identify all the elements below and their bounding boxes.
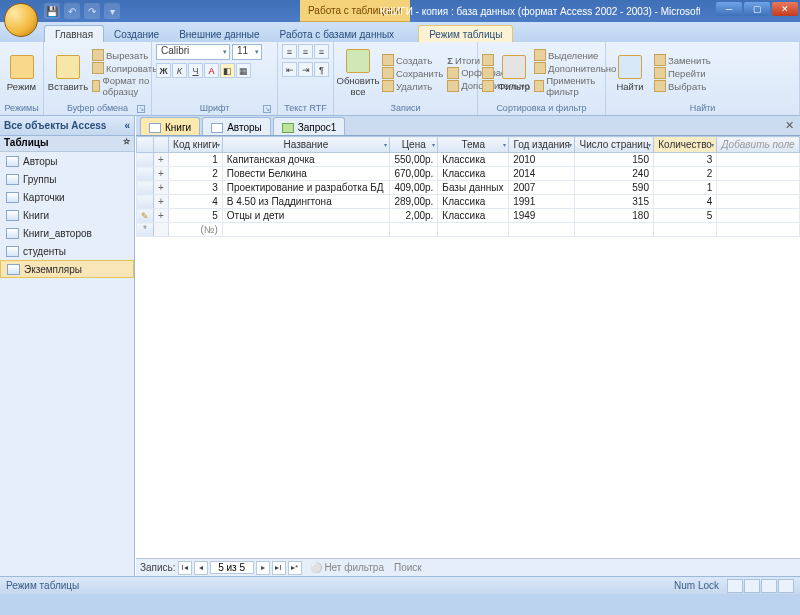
cell[interactable]: Классика: [438, 153, 509, 167]
close-button[interactable]: ✕: [772, 2, 798, 16]
sort-asc-button[interactable]: [482, 54, 494, 66]
copy-button[interactable]: Копировать: [92, 62, 157, 74]
qat-redo-icon[interactable]: ↷: [84, 3, 100, 19]
select-button[interactable]: Выбрать: [654, 80, 711, 92]
delete-record-button[interactable]: Удалить: [382, 80, 443, 92]
advanced-filter-button[interactable]: Дополнительно: [534, 62, 616, 74]
cell[interactable]: 3: [653, 153, 716, 167]
pivotchart-view-button[interactable]: [761, 579, 777, 593]
tab-datasheet[interactable]: Режим таблицы: [418, 25, 513, 42]
tab-database-tools[interactable]: Работа с базами данных: [270, 26, 405, 42]
add-field-column[interactable]: Добавить поле: [717, 137, 800, 153]
cell[interactable]: [717, 181, 800, 195]
row-selector[interactable]: [137, 181, 154, 195]
row-selector[interactable]: [137, 153, 154, 167]
nav-item-экземпляры[interactable]: Экземпляры: [0, 260, 134, 278]
indent-dec-button[interactable]: ⇤: [282, 62, 297, 77]
cell[interactable]: [717, 209, 800, 223]
table-row[interactable]: +1Капитанская дочка550,00р.Классика20101…: [137, 153, 800, 167]
pivot-view-button[interactable]: [744, 579, 760, 593]
sort-desc-button[interactable]: [482, 67, 494, 79]
cell[interactable]: 590: [575, 181, 654, 195]
column-header[interactable]: Год издания▾: [509, 137, 575, 153]
last-record-button[interactable]: ▸I: [272, 561, 286, 575]
align-left-button[interactable]: ≡: [282, 44, 297, 59]
view-button[interactable]: Режим: [4, 55, 39, 92]
new-row[interactable]: *(№): [137, 223, 800, 237]
cell[interactable]: 2014: [509, 167, 575, 181]
toggle-filter-button[interactable]: Применить фильтр: [534, 75, 616, 97]
italic-button[interactable]: К: [172, 63, 187, 78]
selection-filter-button[interactable]: Выделение: [534, 49, 616, 61]
expand-row-button[interactable]: +: [154, 209, 169, 223]
chevron-left-icon[interactable]: «: [124, 120, 130, 131]
column-header[interactable]: Цена▾: [390, 137, 438, 153]
nav-item-книги_авторов[interactable]: Книги_авторов: [0, 224, 134, 242]
table-row[interactable]: +4В 4.50 из Паддингтона289,00р.Классика1…: [137, 195, 800, 209]
goto-button[interactable]: Перейти: [654, 67, 711, 79]
expand-row-button[interactable]: +: [154, 167, 169, 181]
cell[interactable]: Классика: [438, 167, 509, 181]
cell[interactable]: Классика: [438, 195, 509, 209]
row-selector[interactable]: [137, 209, 154, 223]
nav-item-книги[interactable]: Книги: [0, 206, 134, 224]
cell[interactable]: 240: [575, 167, 654, 181]
filter-arrow-icon[interactable]: ▾: [569, 141, 572, 148]
cell[interactable]: Капитанская дочка: [222, 153, 389, 167]
cell[interactable]: 5: [168, 209, 222, 223]
qat-customize-icon[interactable]: ▾: [104, 3, 120, 19]
first-record-button[interactable]: I◂: [178, 561, 192, 575]
nav-group-tables[interactable]: Таблицы ☆: [0, 136, 134, 152]
cell[interactable]: 2: [168, 167, 222, 181]
cell[interactable]: 289,00р.: [390, 195, 438, 209]
refresh-all-button[interactable]: Обновить все: [338, 49, 378, 97]
filter-arrow-icon[interactable]: ▾: [217, 141, 220, 148]
font-name-combo[interactable]: Calibri▾: [156, 44, 230, 60]
cell[interactable]: [717, 153, 800, 167]
align-center-button[interactable]: ≡: [298, 44, 313, 59]
clear-sort-button[interactable]: [482, 80, 494, 92]
maximize-button[interactable]: ▢: [744, 2, 770, 16]
nav-item-студенты[interactable]: студенты: [0, 242, 134, 260]
close-tab-button[interactable]: ✕: [782, 119, 796, 133]
format-painter-button[interactable]: Формат по образцу: [92, 75, 157, 97]
new-record-button[interactable]: Создать: [382, 54, 443, 66]
search-box-label[interactable]: Поиск: [394, 562, 422, 573]
dialog-launcher-icon[interactable]: ↘: [137, 105, 145, 113]
tab-create[interactable]: Создание: [104, 26, 169, 42]
replace-button[interactable]: Заменить: [654, 54, 711, 66]
cell[interactable]: 315: [575, 195, 654, 209]
table-row[interactable]: +5Отцы и дети2,00р.Классика19491805: [137, 209, 800, 223]
filter-arrow-icon[interactable]: ▾: [648, 141, 651, 148]
find-button[interactable]: Найти: [610, 55, 650, 92]
cell[interactable]: Классика: [438, 209, 509, 223]
nav-item-авторы[interactable]: Авторы: [0, 152, 134, 170]
row-selector[interactable]: [137, 167, 154, 181]
qat-undo-icon[interactable]: ↶: [64, 3, 80, 19]
cell[interactable]: Проектирование и разработка БД: [222, 181, 389, 195]
doctab-query1[interactable]: Запрос1: [273, 117, 346, 135]
filter-arrow-icon[interactable]: ▾: [384, 141, 387, 148]
expand-row-button[interactable]: +: [154, 195, 169, 209]
bold-button[interactable]: Ж: [156, 63, 171, 78]
column-header[interactable]: Название▾: [222, 137, 389, 153]
cell[interactable]: 4: [653, 195, 716, 209]
filter-arrow-icon[interactable]: ▾: [503, 141, 506, 148]
cell[interactable]: 2007: [509, 181, 575, 195]
paste-button[interactable]: Вставить: [48, 55, 88, 92]
tab-home[interactable]: Главная: [44, 25, 104, 42]
cell[interactable]: 1: [653, 181, 716, 195]
cut-button[interactable]: Вырезать: [92, 49, 157, 61]
save-record-button[interactable]: Сохранить: [382, 67, 443, 79]
cell[interactable]: [717, 195, 800, 209]
cell[interactable]: 4: [168, 195, 222, 209]
cell[interactable]: 5: [653, 209, 716, 223]
doctab-books[interactable]: Книги: [140, 117, 200, 135]
nav-item-карточки[interactable]: Карточки: [0, 188, 134, 206]
cell[interactable]: В 4.50 из Паддингтона: [222, 195, 389, 209]
cell[interactable]: Повести Белкина: [222, 167, 389, 181]
cell[interactable]: 1991: [509, 195, 575, 209]
expand-row-button[interactable]: +: [154, 181, 169, 195]
datasheet[interactable]: Код книги▾Название▾Цена▾Тема▾Год издания…: [136, 136, 800, 558]
filter-arrow-icon[interactable]: ▾: [711, 141, 714, 148]
